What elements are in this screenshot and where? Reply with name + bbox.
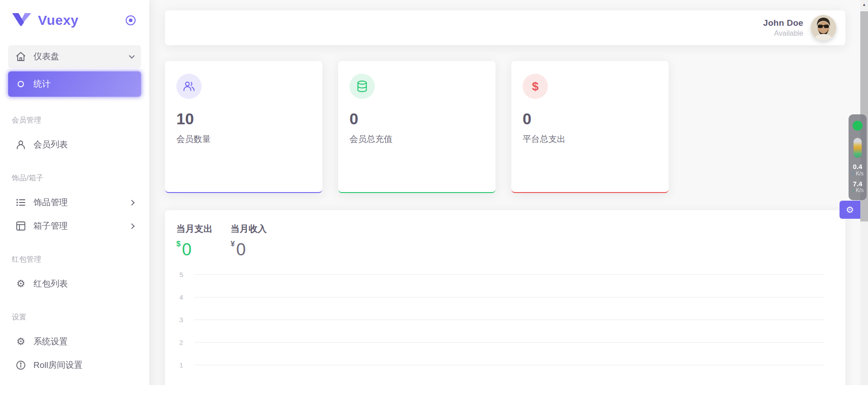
gear-icon — [15, 278, 26, 289]
brand: Vuexy — [0, 0, 149, 41]
avatar[interactable] — [811, 15, 836, 41]
upload-rate: 0.4 K/s — [852, 163, 864, 177]
finance-chart-card: 当月支出 $0 当月收入 ¥0 5 4 3 2 1 0 — [165, 210, 845, 400]
line-chart: 5 4 3 2 1 0 — [165, 274, 845, 400]
sidebar-item-label: 箱子管理 — [33, 220, 130, 232]
sidebar-item-system-settings[interactable]: 系统设置 — [8, 330, 141, 353]
network-monitor-widget[interactable]: 0.4 K/s 7.4 K/s — [849, 114, 867, 200]
sidebar-item-dashboard[interactable]: 仪表盘 — [8, 45, 141, 68]
stat-value: 0 — [523, 110, 657, 128]
sidebar-item-item-management[interactable]: 饰品管理 — [8, 191, 141, 214]
user-info: John Doe Available — [763, 18, 803, 38]
arrow-up-icon — [852, 170, 854, 177]
gear-icon — [15, 336, 26, 347]
users-icon — [176, 74, 202, 99]
user-status: Available — [763, 29, 803, 38]
expense-currency: $ — [176, 240, 180, 248]
stat-label: 平台总支出 — [523, 133, 657, 145]
stat-cards-row: 10 会员数量 0 会员总充值 $ 0 平台总支出 — [165, 61, 845, 193]
circle-icon — [15, 79, 26, 89]
y-tick: 4 — [171, 293, 183, 301]
chevron-right-icon — [129, 223, 135, 229]
sidebar-item-box-management[interactable]: 箱子管理 — [8, 214, 141, 238]
income-currency: ¥ — [231, 240, 235, 248]
arrow-down-icon — [852, 187, 854, 193]
user-icon — [15, 139, 26, 150]
chevron-right-icon — [129, 200, 135, 206]
network-gauge — [854, 138, 862, 158]
sidebar-item-label: 红包列表 — [33, 278, 134, 290]
expense-value: $0 — [176, 240, 212, 259]
stat-card-payout: $ 0 平台总支出 — [511, 61, 669, 193]
expense-title: 当月支出 — [176, 223, 212, 235]
dollar-icon: $ — [523, 74, 548, 99]
sidebar-item-stats[interactable]: 统计 — [8, 71, 141, 97]
stat-label: 会员总充值 — [349, 133, 484, 145]
home-icon — [15, 51, 26, 62]
main-content: John Doe Available — [149, 0, 860, 400]
chevron-down-icon — [129, 53, 135, 59]
list-icon — [15, 197, 26, 208]
sidebar: Vuexy 仪表盘 统计 会员管理 会员列表 饰品/箱子 — [0, 0, 149, 400]
scroll-up-arrow-icon[interactable] — [860, 2, 868, 7]
topbar: John Doe Available — [165, 10, 845, 45]
stat-value: 0 — [349, 110, 484, 128]
sidebar-item-label: 系统设置 — [33, 336, 134, 348]
finance-summary: 当月支出 $0 当月收入 ¥0 — [176, 223, 845, 259]
income-value: ¥0 — [231, 240, 267, 259]
user-name: John Doe — [763, 18, 803, 28]
sidebar-section-redpacket: 红包管理 — [0, 254, 149, 265]
viewport-bottom-strip — [0, 385, 868, 400]
sidebar-section-items: 饰品/箱子 — [0, 173, 149, 184]
stat-card-members: 10 会员数量 — [165, 61, 322, 193]
sidebar-item-label: Roll房间设置 — [33, 359, 134, 371]
sidebar-item-label: 统计 — [33, 78, 134, 90]
monthly-expense: 当月支出 $0 — [176, 223, 212, 259]
sidebar-item-member-list[interactable]: 会员列表 — [8, 133, 141, 156]
sidebar-item-redpacket-list[interactable]: 红包列表 — [8, 272, 141, 296]
sidebar-item-label: 饰品管理 — [33, 197, 130, 208]
sidebar-section-settings: 设置 — [0, 312, 149, 323]
sidebar-item-roll-room-settings[interactable]: Roll房间设置 — [8, 353, 141, 377]
info-icon — [15, 360, 26, 371]
stat-label: 会员数量 — [176, 133, 311, 145]
theme-customizer-gear-button[interactable] — [840, 201, 860, 219]
database-icon — [349, 74, 375, 99]
stat-card-recharge: 0 会员总充值 — [338, 61, 495, 193]
brand-name: Vuexy — [38, 13, 124, 28]
status-dot-icon — [853, 121, 863, 131]
download-rate: 7.4 K/s — [852, 180, 864, 194]
y-tick: 1 — [171, 361, 183, 369]
sidebar-section-members: 会员管理 — [0, 115, 149, 126]
y-tick: 2 — [171, 339, 183, 346]
vuexy-logo-icon — [12, 13, 32, 28]
stat-value: 10 — [176, 110, 311, 128]
monthly-income: 当月收入 ¥0 — [231, 223, 267, 259]
layout-icon — [15, 221, 26, 231]
sidebar-item-label: 会员列表 — [33, 139, 134, 151]
y-tick: 5 — [171, 271, 183, 278]
menu-pin-toggle-icon[interactable] — [124, 14, 137, 27]
income-title: 当月收入 — [231, 223, 267, 235]
y-tick: 3 — [171, 316, 183, 324]
sidebar-item-label: 仪表盘 — [33, 51, 130, 62]
